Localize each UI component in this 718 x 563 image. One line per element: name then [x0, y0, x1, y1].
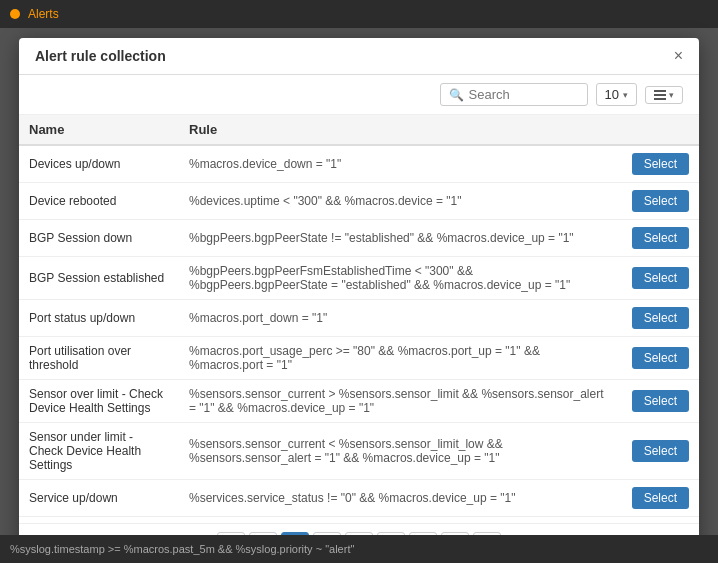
per-page-button[interactable]: 10 ▾	[596, 83, 637, 106]
select-button[interactable]: Select	[632, 190, 689, 212]
search-input[interactable]	[469, 87, 579, 102]
col-header-action	[619, 115, 699, 145]
cell-name: Device rebooted	[19, 183, 179, 220]
table-header-row: Name Rule	[19, 115, 699, 145]
per-page-caret: ▾	[623, 90, 628, 100]
cell-rule: %sensors.sensor_current < %sensors.senso…	[179, 423, 619, 480]
modal-close-button[interactable]: ×	[674, 48, 683, 64]
alert-dot	[10, 9, 20, 19]
search-icon: 🔍	[449, 88, 464, 102]
select-button[interactable]: Select	[632, 440, 689, 462]
view-caret: ▾	[669, 90, 674, 100]
cell-action: Select	[619, 145, 699, 183]
cell-rule: %services.service_status != "0" && %macr…	[179, 480, 619, 517]
top-bar-label: Alerts	[28, 7, 59, 21]
cell-rule: %bgpPeers.bgpPeerFsmEstablishedTime < "3…	[179, 257, 619, 300]
select-button[interactable]: Select	[632, 390, 689, 412]
cell-action: Select	[619, 423, 699, 480]
modal-overlay: Alert rule collection × 🔍 10 ▾ ▾	[0, 28, 718, 563]
list-view-icon	[654, 90, 666, 100]
cell-action: Select	[619, 257, 699, 300]
cell-rule: %macros.device_down = "1"	[179, 145, 619, 183]
modal-toolbar: 🔍 10 ▾ ▾	[19, 75, 699, 115]
table-row: Port status up/down%macros.port_down = "…	[19, 300, 699, 337]
cell-rule: %devices.uptime < "300" && %macros.devic…	[179, 183, 619, 220]
table-row: Port utilisation over threshold%macros.p…	[19, 337, 699, 380]
table-container: Name Rule Devices up/down%macros.device_…	[19, 115, 699, 523]
cell-rule: %macros.port_usage_perc >= "80" && %macr…	[179, 337, 619, 380]
search-box: 🔍	[440, 83, 588, 106]
cell-action: Select	[619, 480, 699, 517]
select-button[interactable]: Select	[632, 347, 689, 369]
cell-action: Select	[619, 183, 699, 220]
cell-name: Service up/down	[19, 480, 179, 517]
cell-name: BGP Session down	[19, 220, 179, 257]
select-button[interactable]: Select	[632, 487, 689, 509]
per-page-value: 10	[605, 87, 619, 102]
view-toggle-button[interactable]: ▾	[645, 86, 683, 104]
table-row: Sensor over limit - Check Device Health …	[19, 380, 699, 423]
cell-rule: %macros.port_down = "1"	[179, 300, 619, 337]
table-row: Device rebooted%devices.uptime < "300" &…	[19, 183, 699, 220]
select-button[interactable]: Select	[632, 153, 689, 175]
cell-action: Select	[619, 220, 699, 257]
cell-rule: %bgpPeers.bgpPeerState != "established" …	[179, 220, 619, 257]
cell-action: Select	[619, 380, 699, 423]
table-row: Service up/down%services.service_status …	[19, 480, 699, 517]
select-button[interactable]: Select	[632, 267, 689, 289]
modal-title: Alert rule collection	[35, 48, 166, 64]
cell-name: Sensor under limit - Check Device Health…	[19, 423, 179, 480]
table-row: Sensor under limit - Check Device Health…	[19, 423, 699, 480]
table-row: Devices up/down%macros.device_down = "1"…	[19, 145, 699, 183]
top-bar: Alerts	[0, 0, 718, 28]
table-row: BGP Session established%bgpPeers.bgpPeer…	[19, 257, 699, 300]
modal: Alert rule collection × 🔍 10 ▾ ▾	[19, 38, 699, 563]
cell-name: Port status up/down	[19, 300, 179, 337]
cell-name: Sensor over limit - Check Device Health …	[19, 380, 179, 423]
select-button[interactable]: Select	[632, 307, 689, 329]
table-row: BGP Session down%bgpPeers.bgpPeerState !…	[19, 220, 699, 257]
cell-name: Devices up/down	[19, 145, 179, 183]
rules-table: Name Rule Devices up/down%macros.device_…	[19, 115, 699, 523]
cell-name: BGP Session established	[19, 257, 179, 300]
col-header-name: Name	[19, 115, 179, 145]
bottom-bar-text: %syslog.timestamp >= %macros.past_5m && …	[10, 543, 354, 555]
cell-action: Select	[619, 300, 699, 337]
cell-action: Select	[619, 337, 699, 380]
col-header-rule: Rule	[179, 115, 619, 145]
bottom-bar: %syslog.timestamp >= %macros.past_5m && …	[0, 535, 718, 563]
cell-name: Port utilisation over threshold	[19, 337, 179, 380]
cell-rule: %sensors.sensor_current > %sensors.senso…	[179, 380, 619, 423]
select-button[interactable]: Select	[632, 227, 689, 249]
modal-header: Alert rule collection ×	[19, 38, 699, 75]
